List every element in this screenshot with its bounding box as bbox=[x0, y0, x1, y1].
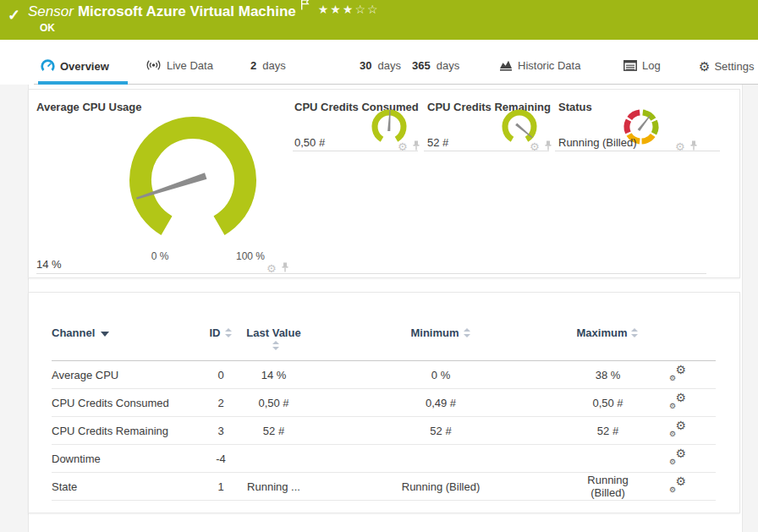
channel-name: CPU Credits Remaining bbox=[52, 417, 200, 445]
sort-desc-icon bbox=[101, 332, 109, 337]
tab-separator bbox=[34, 84, 758, 85]
channel-table-panel: Channel ID Last Value Minimum Maximum Av… bbox=[28, 292, 740, 513]
tab-2-days[interactable]: 2days bbox=[250, 59, 286, 72]
column-header-last-value[interactable]: Last Value bbox=[242, 321, 305, 361]
channel-last-value: 14 % bbox=[242, 361, 305, 389]
channel-settings-icon[interactable]: ⚙⚙ bbox=[669, 478, 686, 492]
status-gauge-title: Status bbox=[558, 101, 592, 113]
column-header-maximum[interactable]: Maximum bbox=[576, 321, 640, 361]
channel-minimum bbox=[305, 445, 576, 473]
table-row[interactable]: CPU Credits Consumed 2 0,50 # 0,49 # 0,5… bbox=[52, 389, 716, 417]
channel-id: 3 bbox=[200, 417, 242, 445]
channel-settings-icon[interactable]: ⚙⚙ bbox=[669, 422, 686, 436]
channel-id: 0 bbox=[200, 361, 242, 389]
channel-table-body: Average CPU 0 14 % 0 % 38 % ⚙⚙ CPU Credi… bbox=[52, 361, 716, 501]
tab-log[interactable]: Log bbox=[623, 59, 661, 74]
channel-maximum bbox=[576, 445, 640, 473]
sensor-title: Microsoft Azure Virtual Machine bbox=[78, 3, 296, 19]
column-header-id[interactable]: ID bbox=[200, 321, 242, 361]
channel-settings-icon[interactable]: ⚙⚙ bbox=[669, 450, 686, 464]
channel-last-value: 52 # bbox=[242, 417, 305, 445]
status-gauge-value: Running (Billed) bbox=[558, 136, 637, 149]
tile-divider bbox=[293, 151, 418, 151]
channel-maximum: 38 % bbox=[576, 361, 640, 389]
settings-gear-icon: ⚙ bbox=[699, 59, 710, 74]
channel-settings-icon[interactable]: ⚙⚙ bbox=[669, 366, 686, 381]
page-left-margin bbox=[0, 85, 29, 532]
channel-id: -4 bbox=[200, 445, 242, 473]
consumed-gauge-value: 0,50 # bbox=[294, 136, 325, 149]
tab-bar: Overview Live Data 2days 30days 365days … bbox=[0, 51, 758, 85]
sort-icon bbox=[272, 341, 280, 350]
table-row[interactable]: CPU Credits Remaining 3 52 # 52 # 52 # ⚙… bbox=[52, 417, 716, 445]
gauge-icon bbox=[41, 59, 55, 74]
channel-minimum: Running (Billed) bbox=[305, 473, 576, 501]
table-row[interactable]: State 1 Running ... Running (Billed) Run… bbox=[52, 473, 716, 501]
sort-icon bbox=[464, 328, 471, 337]
tab-overview[interactable]: Overview bbox=[41, 59, 109, 74]
tile-divider bbox=[36, 273, 706, 274]
channel-minimum: 0 % bbox=[305, 361, 576, 389]
tab-settings[interactable]: ⚙Settings bbox=[699, 59, 754, 74]
channel-name: Downtime bbox=[52, 445, 200, 473]
pin-icon[interactable] bbox=[412, 139, 420, 154]
tab-365-days[interactable]: 365days bbox=[412, 59, 459, 72]
channel-last-value bbox=[242, 445, 305, 473]
table-row[interactable]: Downtime -4 ⚙⚙ bbox=[52, 445, 716, 473]
ok-check-icon: ✓ bbox=[8, 6, 20, 25]
primary-gauge-title: Average CPU Usage bbox=[36, 101, 142, 113]
channel-maximum: 52 # bbox=[576, 417, 640, 445]
gauges-panel: Average CPU Usage 0 % 100 % 14 % ⚙ CPU C… bbox=[28, 89, 740, 278]
average-cpu-gauge bbox=[125, 112, 261, 248]
channel-maximum: Running (Billed) bbox=[576, 473, 640, 501]
tile-divider bbox=[555, 151, 720, 151]
channel-name: CPU Credits Consumed bbox=[52, 389, 200, 417]
channel-table: Channel ID Last Value Minimum Maximum Av… bbox=[52, 321, 716, 501]
sensor-status: OK bbox=[40, 22, 55, 34]
tile-divider bbox=[424, 151, 549, 151]
channel-last-value: 0,50 # bbox=[242, 389, 305, 417]
primary-gauge-value: 14 % bbox=[36, 258, 62, 271]
table-row[interactable]: Average CPU 0 14 % 0 % 38 % ⚙⚙ bbox=[52, 361, 716, 389]
channel-last-value: Running ... bbox=[242, 473, 305, 501]
channel-name: State bbox=[52, 473, 200, 501]
remaining-gauge-value: 52 # bbox=[427, 136, 448, 149]
sensor-header: ✓ SensorMicrosoft Azure Virtual Machine★… bbox=[0, 0, 758, 40]
tab-historic-data[interactable]: Historic Data bbox=[499, 59, 580, 74]
channel-id: 1 bbox=[200, 473, 242, 501]
log-list-icon bbox=[623, 60, 637, 74]
flag-icon[interactable] bbox=[300, 0, 310, 14]
area-chart-icon bbox=[499, 59, 513, 74]
sort-icon bbox=[225, 328, 233, 337]
page-right-margin bbox=[742, 85, 758, 532]
channel-name: Average CPU bbox=[52, 361, 200, 389]
gauge-settings-gear-icon[interactable]: ⚙ bbox=[266, 263, 277, 274]
column-header-minimum[interactable]: Minimum bbox=[305, 321, 576, 361]
pin-icon[interactable] bbox=[544, 139, 552, 154]
channel-minimum: 0,49 # bbox=[305, 389, 576, 417]
channel-settings-icon[interactable]: ⚙⚙ bbox=[669, 394, 686, 409]
active-tab-indicator bbox=[38, 81, 128, 85]
priority-stars[interactable]: ★★★☆☆ bbox=[318, 3, 380, 16]
tab-30-days[interactable]: 30days bbox=[360, 59, 401, 72]
channel-id: 2 bbox=[200, 389, 242, 417]
column-header-actions bbox=[640, 321, 716, 361]
object-kind-label: Sensor bbox=[28, 3, 74, 19]
gauge-scale-min: 0 % bbox=[135, 250, 185, 262]
pin-icon[interactable] bbox=[689, 139, 698, 154]
channel-minimum: 52 # bbox=[305, 417, 576, 445]
channel-maximum: 0,50 # bbox=[576, 389, 640, 417]
broadcast-icon bbox=[146, 59, 162, 74]
column-header-channel[interactable]: Channel bbox=[52, 321, 200, 361]
sort-icon bbox=[631, 328, 639, 337]
tab-live-data[interactable]: Live Data bbox=[146, 59, 213, 74]
